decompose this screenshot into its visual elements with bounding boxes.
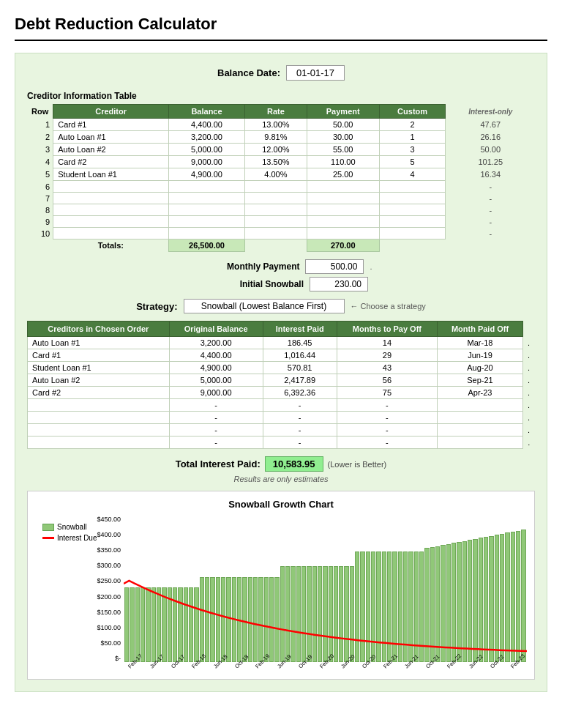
chart-plot: Feb-17Jun-17Oct-17Feb-18Jun-18Oct-18Feb-… <box>124 516 527 672</box>
creditor-balance[interactable]: 5,000.00 <box>168 144 244 156</box>
chart-bar <box>479 538 483 662</box>
result-months: - <box>337 412 437 424</box>
initial-snowball-value[interactable]: 230.00 <box>310 277 368 291</box>
creditor-name[interactable]: Auto Loan #1 <box>53 131 169 144</box>
balance-date-row: Balance Date: 01-01-17 <box>27 65 535 81</box>
chart-bar <box>484 537 488 662</box>
creditor-custom[interactable] <box>379 181 446 193</box>
creditor-custom[interactable] <box>379 204 446 216</box>
chart-body: $450.00$400.00$350.00$300.00$250.00$200.… <box>97 516 527 672</box>
creditor-balance[interactable]: 3,200.00 <box>168 131 244 144</box>
creditor-rate[interactable] <box>245 204 307 216</box>
chart-bar <box>280 566 285 662</box>
creditor-name[interactable]: Card #1 <box>53 119 169 131</box>
strategy-input[interactable]: Snowball (Lowest Balance First) <box>184 299 345 313</box>
creditor-rate[interactable]: 9.81% <box>245 131 307 144</box>
creditor-table: Row Creditor Balance Rate Payment Custom… <box>27 104 535 252</box>
bars-container <box>124 516 527 662</box>
result-months: 29 <box>337 349 437 362</box>
creditor-payment[interactable] <box>307 193 379 204</box>
creditor-row: 8 - <box>27 204 535 216</box>
monthly-payment-value[interactable]: 500.00 <box>305 259 364 274</box>
creditor-custom[interactable]: 2 <box>379 119 446 131</box>
creditor-custom[interactable]: 3 <box>379 144 446 156</box>
creditor-section: Creditor Information Table Row Creditor … <box>27 91 535 252</box>
creditor-payment[interactable] <box>307 204 379 216</box>
creditor-rate[interactable] <box>245 216 307 228</box>
row-number: 6 <box>27 181 53 193</box>
row-header: Row <box>27 105 53 119</box>
creditor-name[interactable]: Card #2 <box>53 156 169 168</box>
creditor-custom[interactable] <box>379 216 446 228</box>
chart-bar <box>344 566 348 662</box>
creditor-row: 7 - <box>27 193 535 204</box>
creditor-name[interactable] <box>53 204 169 216</box>
creditor-balance[interactable] <box>168 216 244 228</box>
chart-bar <box>189 587 193 662</box>
creditor-custom[interactable]: 1 <box>379 131 446 144</box>
creditor-header: Creditor <box>53 105 169 119</box>
creditor-payment[interactable]: 30.00 <box>307 131 379 144</box>
chart-bar <box>339 566 343 662</box>
creditor-name[interactable] <box>53 228 169 239</box>
creditor-payment[interactable]: 55.00 <box>307 144 379 156</box>
creditor-rate[interactable]: 4.00% <box>245 168 307 181</box>
result-creditor: Card #2 <box>28 387 170 399</box>
creditor-payment[interactable]: 25.00 <box>307 168 379 181</box>
creditor-rate[interactable]: 13.00% <box>245 119 307 131</box>
chart-bar <box>334 566 338 662</box>
creditor-custom[interactable]: 4 <box>379 168 446 181</box>
row-number: 9 <box>27 216 53 228</box>
creditor-rate[interactable]: 13.50% <box>245 156 307 168</box>
result-interest: 186.45 <box>263 337 337 349</box>
creditor-name[interactable] <box>53 181 169 193</box>
balance-date-input[interactable]: 01-01-17 <box>286 65 345 81</box>
creditor-rate[interactable] <box>245 181 307 193</box>
interest-only-val: - <box>446 228 535 239</box>
chart-bar <box>200 577 204 662</box>
y-axis-label: $- <box>115 655 121 662</box>
creditor-name[interactable]: Student Loan #1 <box>53 168 169 181</box>
creditor-balance[interactable] <box>168 228 244 239</box>
row-number: 3 <box>27 144 53 156</box>
rate-header: Rate <box>245 105 307 119</box>
creditor-name[interactable] <box>53 193 169 204</box>
creditor-payment[interactable] <box>307 216 379 228</box>
total-interest-label: Total Interest Paid: <box>176 458 261 469</box>
creditor-payment[interactable] <box>307 181 379 193</box>
creditor-balance[interactable]: 4,400.00 <box>168 119 244 131</box>
creditor-payment[interactable]: 110.00 <box>307 156 379 168</box>
creditor-custom[interactable]: 5 <box>379 156 446 168</box>
chart-bar <box>237 577 241 662</box>
creditor-balance[interactable]: 4,900.00 <box>168 168 244 181</box>
chart-bar <box>376 551 381 662</box>
creditor-rate[interactable] <box>245 228 307 239</box>
creditor-custom[interactable] <box>379 228 446 239</box>
row-number: 7 <box>27 193 53 204</box>
creditor-custom[interactable] <box>379 193 446 204</box>
result-dot: . <box>522 437 534 449</box>
creditor-name[interactable]: Auto Loan #2 <box>53 144 169 156</box>
chart-bar <box>398 551 402 662</box>
creditor-rate[interactable]: 12.00% <box>245 144 307 156</box>
result-interest: 2,417.89 <box>263 374 337 387</box>
monthly-payment-row: Monthly Payment 500.00 . <box>190 259 372 274</box>
creditor-balance[interactable] <box>168 193 244 204</box>
creditor-rate[interactable] <box>245 193 307 204</box>
strategy-label: Strategy: <box>136 301 177 312</box>
chart-bar <box>452 543 456 662</box>
result-months: - <box>337 437 437 449</box>
result-dot: . <box>522 374 534 387</box>
creditor-balance[interactable]: 9,000.00 <box>168 156 244 168</box>
creditor-balance[interactable] <box>168 204 244 216</box>
creditor-payment[interactable]: 50.00 <box>307 119 379 131</box>
creditor-balance[interactable] <box>168 181 244 193</box>
interest-only-val: 101.25 <box>446 156 535 168</box>
chart-bar <box>371 551 375 662</box>
creditor-payment[interactable] <box>307 228 379 239</box>
results-row: - - - . <box>28 399 535 412</box>
chart-bar <box>312 566 317 662</box>
y-axis-label: $50.00 <box>101 639 121 647</box>
creditor-name[interactable] <box>53 216 169 228</box>
chart-bar <box>419 551 424 662</box>
